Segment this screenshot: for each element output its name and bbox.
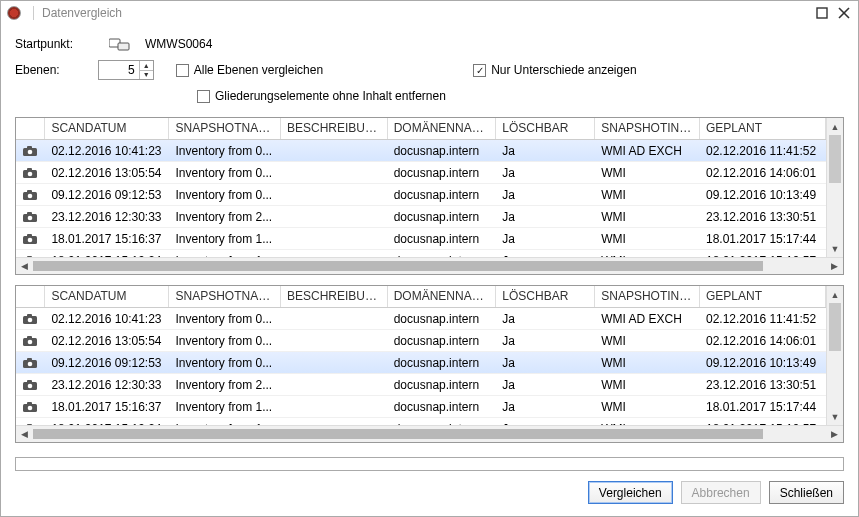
workstation-icon bbox=[109, 37, 131, 51]
cell-scandatum: 09.12.2016 09:12:53 bbox=[45, 188, 169, 202]
column-header-icon[interactable] bbox=[16, 286, 45, 307]
column-header[interactable]: GEPLANT bbox=[700, 286, 826, 307]
camera-icon bbox=[16, 401, 45, 413]
cell-loeschbar: Ja bbox=[496, 166, 595, 180]
column-header[interactable]: DOMÄNENNAME bbox=[388, 118, 497, 139]
cell-snapshotinhalt: WMI bbox=[595, 210, 700, 224]
form-area: Startpunkt: WMWS0064 Ebenen: ▲ ▼ Alle Eb… bbox=[1, 25, 858, 109]
cell-domaenenname: docusnap.intern bbox=[388, 312, 497, 326]
cell-geplant: 18.01.2017 15:19:57 bbox=[700, 254, 826, 258]
scroll-track[interactable] bbox=[827, 135, 843, 240]
column-header[interactable]: SCANDATUM bbox=[45, 118, 169, 139]
horizontal-scrollbar[interactable]: ◀▶ bbox=[16, 425, 843, 442]
app-icon bbox=[7, 6, 21, 20]
cell-snapshotname: Inventory from 0... bbox=[169, 356, 281, 370]
cell-scandatum: 23.12.2016 12:30:33 bbox=[45, 378, 169, 392]
cell-snapshotname: Inventory from 0... bbox=[169, 188, 281, 202]
svg-point-7 bbox=[28, 149, 33, 154]
grid-top: SCANDATUMSNAPSHOTNAMEBESCHREIBUNGDOMÄNEN… bbox=[15, 117, 844, 275]
scroll-thumb[interactable] bbox=[829, 135, 841, 183]
camera-icon bbox=[16, 313, 45, 325]
column-header[interactable]: SNAPSHOTNAME bbox=[169, 286, 281, 307]
table-row[interactable]: 02.12.2016 10:41:23Inventory from 0...do… bbox=[16, 140, 826, 162]
levels-input[interactable] bbox=[99, 61, 139, 79]
table-row[interactable]: 09.12.2016 09:12:53Inventory from 0...do… bbox=[16, 184, 826, 206]
scroll-track[interactable] bbox=[33, 258, 826, 274]
column-header[interactable]: LÖSCHBAR bbox=[496, 118, 595, 139]
checkbox-only-diff[interactable]: Nur Unterschiede anzeigen bbox=[473, 63, 636, 77]
scroll-up-icon[interactable]: ▲ bbox=[827, 286, 843, 303]
table-row[interactable]: 23.12.2016 12:30:33Inventory from 2...do… bbox=[16, 374, 826, 396]
column-header-icon[interactable] bbox=[16, 118, 45, 139]
cell-snapshotname: Inventory from 0... bbox=[169, 312, 281, 326]
cell-geplant: 02.12.2016 14:06:01 bbox=[700, 334, 826, 348]
scroll-thumb[interactable] bbox=[33, 429, 763, 439]
cell-snapshotname: Inventory from 0... bbox=[169, 334, 281, 348]
table-row[interactable]: 18.01.2017 15:19:24Inventory from 1...do… bbox=[16, 250, 826, 257]
scroll-track[interactable] bbox=[33, 426, 826, 442]
checkbox-box bbox=[197, 90, 210, 103]
table-row[interactable]: 23.12.2016 12:30:33Inventory from 2...do… bbox=[16, 206, 826, 228]
close-button[interactable] bbox=[836, 5, 852, 21]
column-header[interactable]: SCANDATUM bbox=[45, 286, 169, 307]
horizontal-scrollbar[interactable]: ◀▶ bbox=[16, 257, 843, 274]
svg-rect-18 bbox=[27, 234, 32, 237]
table-row[interactable]: 18.01.2017 15:19:24Inventory from 1...do… bbox=[16, 418, 826, 425]
checkbox-all-levels[interactable]: Alle Ebenen vergleichen bbox=[176, 63, 323, 77]
column-header[interactable]: SNAPSHOTNAME bbox=[169, 118, 281, 139]
scroll-track[interactable] bbox=[827, 303, 843, 408]
close-dialog-button[interactable]: Schließen bbox=[769, 481, 844, 504]
table-row[interactable]: 02.12.2016 13:05:54Inventory from 0...do… bbox=[16, 162, 826, 184]
checkbox-box bbox=[176, 64, 189, 77]
scroll-down-icon[interactable]: ▼ bbox=[827, 408, 843, 425]
grid-header: SCANDATUMSNAPSHOTNAMEBESCHREIBUNGDOMÄNEN… bbox=[16, 118, 826, 140]
svg-rect-39 bbox=[27, 424, 32, 426]
column-header[interactable]: GEPLANT bbox=[700, 118, 826, 139]
scroll-down-icon[interactable]: ▼ bbox=[827, 240, 843, 257]
cell-geplant: 18.01.2017 15:17:44 bbox=[700, 232, 826, 246]
cell-snapshotname: Inventory from 2... bbox=[169, 210, 281, 224]
cell-scandatum: 18.01.2017 15:19:24 bbox=[45, 254, 169, 258]
scroll-up-icon[interactable]: ▲ bbox=[827, 118, 843, 135]
cell-scandatum: 23.12.2016 12:30:33 bbox=[45, 210, 169, 224]
cell-loeschbar: Ja bbox=[496, 210, 595, 224]
scroll-right-icon[interactable]: ▶ bbox=[826, 258, 843, 274]
cell-geplant: 02.12.2016 11:41:52 bbox=[700, 312, 826, 326]
spinner-down[interactable]: ▼ bbox=[140, 70, 153, 80]
progress-bar bbox=[15, 457, 844, 471]
grid-bottom: SCANDATUMSNAPSHOTNAMEBESCHREIBUNGDOMÄNEN… bbox=[15, 285, 844, 443]
table-row[interactable]: 09.12.2016 09:12:53Inventory from 0...do… bbox=[16, 352, 826, 374]
table-row[interactable]: 02.12.2016 13:05:54Inventory from 0...do… bbox=[16, 330, 826, 352]
startpoint-label: Startpunkt: bbox=[15, 37, 73, 51]
maximize-button[interactable] bbox=[814, 5, 830, 21]
scroll-left-icon[interactable]: ◀ bbox=[16, 426, 33, 442]
scroll-left-icon[interactable]: ◀ bbox=[16, 258, 33, 274]
scroll-right-icon[interactable]: ▶ bbox=[826, 426, 843, 442]
titlebar: Datenvergleich bbox=[1, 1, 858, 25]
cell-loeschbar: Ja bbox=[496, 188, 595, 202]
spinner-up[interactable]: ▲ bbox=[140, 61, 153, 70]
compare-button[interactable]: Vergleichen bbox=[588, 481, 673, 504]
checkbox-remove-empty[interactable]: Gliederungselemente ohne Inhalt entferne… bbox=[197, 89, 446, 103]
vertical-scrollbar[interactable]: ▲▼ bbox=[826, 118, 843, 257]
scroll-thumb[interactable] bbox=[33, 261, 763, 271]
cell-domaenenname: docusnap.intern bbox=[388, 232, 497, 246]
column-header[interactable]: BESCHREIBUNG bbox=[281, 118, 388, 139]
column-header[interactable]: LÖSCHBAR bbox=[496, 286, 595, 307]
scroll-thumb[interactable] bbox=[829, 303, 841, 351]
column-header[interactable]: SNAPSHOTINHA... bbox=[595, 286, 700, 307]
vertical-scrollbar[interactable]: ▲▼ bbox=[826, 286, 843, 425]
cell-loeschbar: Ja bbox=[496, 422, 595, 426]
column-header[interactable]: DOMÄNENNAME bbox=[388, 286, 497, 307]
table-row[interactable]: 18.01.2017 15:16:37Inventory from 1...do… bbox=[16, 396, 826, 418]
cell-snapshotinhalt: WMI bbox=[595, 378, 700, 392]
column-header[interactable]: SNAPSHOTINHA... bbox=[595, 118, 700, 139]
camera-icon bbox=[16, 211, 45, 223]
table-row[interactable]: 02.12.2016 10:41:23Inventory from 0...do… bbox=[16, 308, 826, 330]
column-header[interactable]: BESCHREIBUNG bbox=[281, 286, 388, 307]
cell-snapshotinhalt: WMI bbox=[595, 188, 700, 202]
levels-spinner[interactable]: ▲ ▼ bbox=[98, 60, 154, 80]
cell-geplant: 02.12.2016 11:41:52 bbox=[700, 144, 826, 158]
cell-loeschbar: Ja bbox=[496, 400, 595, 414]
table-row[interactable]: 18.01.2017 15:16:37Inventory from 1...do… bbox=[16, 228, 826, 250]
